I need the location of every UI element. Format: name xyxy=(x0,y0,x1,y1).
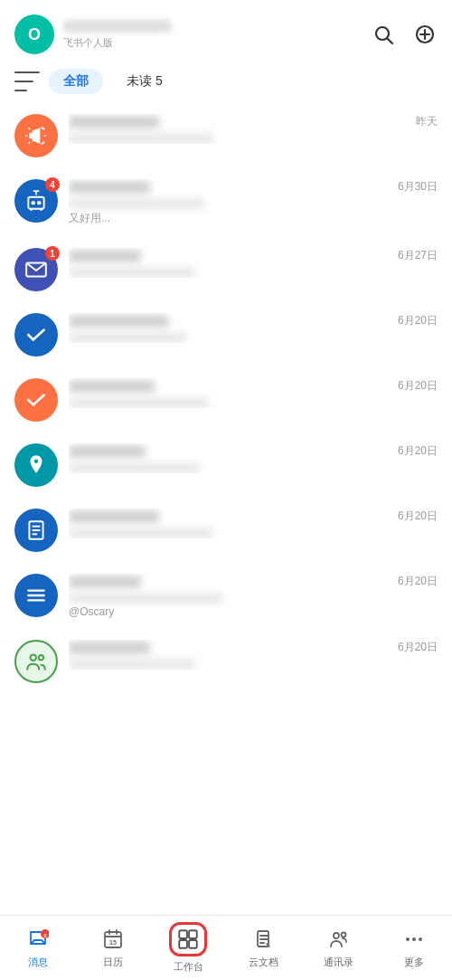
chat-item[interactable]: 昨天 xyxy=(0,103,452,168)
nav-label-docs: 云文档 xyxy=(249,956,278,969)
contacts-icon xyxy=(326,927,352,952)
nav-item-calendar[interactable]: 15 日历 xyxy=(86,923,140,973)
docs-icon xyxy=(251,927,277,952)
svg-marker-5 xyxy=(33,128,41,143)
chat-avatar xyxy=(14,443,58,487)
svg-rect-6 xyxy=(29,133,33,139)
chat-top-row: 6月20日 xyxy=(69,378,438,394)
nav-item-contacts[interactable]: 通讯录 xyxy=(312,923,366,973)
chat-content: 6月20日 @Oscary xyxy=(69,574,438,618)
svg-rect-29 xyxy=(180,930,188,938)
svg-text:15: 15 xyxy=(109,939,117,946)
chat-item[interactable]: 6月20日 xyxy=(0,629,452,694)
chat-name xyxy=(69,116,159,128)
nav-label-workbench: 工作台 xyxy=(174,960,203,974)
chat-top-row: 6月20日 xyxy=(69,509,438,524)
chat-item[interactable]: 4 6月30日 又好用... xyxy=(0,168,452,237)
chat-preview xyxy=(69,593,222,604)
chat-name xyxy=(69,250,141,262)
chat-preview xyxy=(69,397,209,408)
calendar-icon: 15 xyxy=(100,927,126,952)
chat-item[interactable]: 6月20日 xyxy=(0,498,452,563)
svg-point-8 xyxy=(32,201,35,205)
chat-preview xyxy=(69,133,213,144)
filter-bar: 全部 未读 5 xyxy=(0,63,452,103)
nav-item-docs[interactable]: 云文档 xyxy=(237,923,291,973)
chat-preview-sub: 又好用... xyxy=(69,211,438,226)
header-actions xyxy=(371,22,438,47)
chat-content: 6月20日 xyxy=(69,443,438,473)
chat-top-row: 6月30日 xyxy=(69,179,438,195)
chat-avatar xyxy=(14,574,58,617)
badge: 1 xyxy=(45,246,60,261)
badge: 4 xyxy=(45,177,60,192)
chat-preview-sub: @Oscary xyxy=(69,605,438,618)
nav-label-messages: 消息 xyxy=(28,956,48,969)
chat-time: 6月20日 xyxy=(398,640,438,655)
chat-item[interactable]: 6月20日 xyxy=(0,433,452,498)
nav-item-messages[interactable]: 5 消息 xyxy=(11,923,65,973)
search-button[interactable] xyxy=(371,22,396,47)
chat-item[interactable]: 6月20日 xyxy=(0,302,452,367)
svg-point-39 xyxy=(406,937,410,941)
header-title-area: 飞书个人版 xyxy=(63,20,371,50)
chat-item[interactable]: 6月20日 @Oscary xyxy=(0,563,452,629)
svg-point-38 xyxy=(341,933,345,937)
svg-point-21 xyxy=(39,655,43,660)
nav-label-contacts: 通讯录 xyxy=(324,956,353,969)
app-subtitle: 飞书个人版 xyxy=(63,36,371,50)
chat-preview xyxy=(69,267,195,278)
chat-top-row: 6月20日 xyxy=(69,313,438,328)
svg-point-37 xyxy=(334,933,339,938)
chat-top-row: 6月20日 xyxy=(69,574,438,589)
chat-top-row: 昨天 xyxy=(69,114,438,129)
svg-line-1 xyxy=(388,39,393,44)
nav-label-more: 更多 xyxy=(404,956,424,969)
svg-rect-7 xyxy=(28,197,43,209)
add-button[interactable] xyxy=(412,22,438,47)
chat-item[interactable]: 6月20日 xyxy=(0,367,452,433)
chat-content: 6月30日 又好用... xyxy=(69,179,438,226)
chat-preview xyxy=(69,528,213,538)
chat-preview xyxy=(69,332,186,343)
chat-time: 6月27日 xyxy=(398,248,438,263)
nav-item-workbench[interactable]: 工作台 xyxy=(161,918,215,977)
chat-preview xyxy=(69,659,195,670)
chat-content: 6月20日 xyxy=(69,509,438,538)
chat-preview xyxy=(69,462,200,473)
user-name-blur xyxy=(63,20,172,33)
chat-name xyxy=(69,510,159,523)
chat-name xyxy=(69,380,155,393)
chat-content: 6月20日 xyxy=(69,313,438,343)
more-icon xyxy=(401,927,427,952)
nav-item-more[interactable]: 更多 xyxy=(387,923,441,973)
svg-rect-31 xyxy=(180,940,188,948)
chat-top-row: 6月20日 xyxy=(69,640,438,655)
workbench-icon xyxy=(175,927,201,952)
chat-time: 6月20日 xyxy=(398,509,438,524)
chat-name xyxy=(69,445,146,458)
chat-avatar xyxy=(14,378,58,422)
chat-time: 昨天 xyxy=(416,114,438,129)
tab-unread[interactable]: 未读 5 xyxy=(112,69,177,94)
workbench-highlight-box xyxy=(169,922,207,956)
chat-content: 6月20日 xyxy=(69,378,438,408)
chat-avatar xyxy=(14,313,58,357)
chat-name xyxy=(69,181,150,194)
chat-list: 昨天 4 6月30日 又好用... 1 6月27日 xyxy=(0,103,452,920)
chat-item[interactable]: 1 6月27日 xyxy=(0,237,452,302)
chat-time: 6月20日 xyxy=(398,574,438,589)
messages-icon: 5 xyxy=(25,927,51,952)
chat-preview xyxy=(69,198,204,209)
chat-time: 6月30日 xyxy=(398,179,438,195)
user-avatar[interactable]: O xyxy=(14,14,54,54)
chat-content: 6月27日 xyxy=(69,248,438,278)
chat-avatar xyxy=(14,114,58,157)
chat-content: 6月20日 xyxy=(69,640,438,670)
chat-top-row: 6月27日 xyxy=(69,248,438,263)
tab-all[interactable]: 全部 xyxy=(49,69,103,94)
chat-time: 6月20日 xyxy=(398,443,438,459)
svg-rect-30 xyxy=(189,930,197,938)
chat-avatar: 4 xyxy=(14,179,58,223)
filter-menu-icon[interactable] xyxy=(14,71,40,91)
